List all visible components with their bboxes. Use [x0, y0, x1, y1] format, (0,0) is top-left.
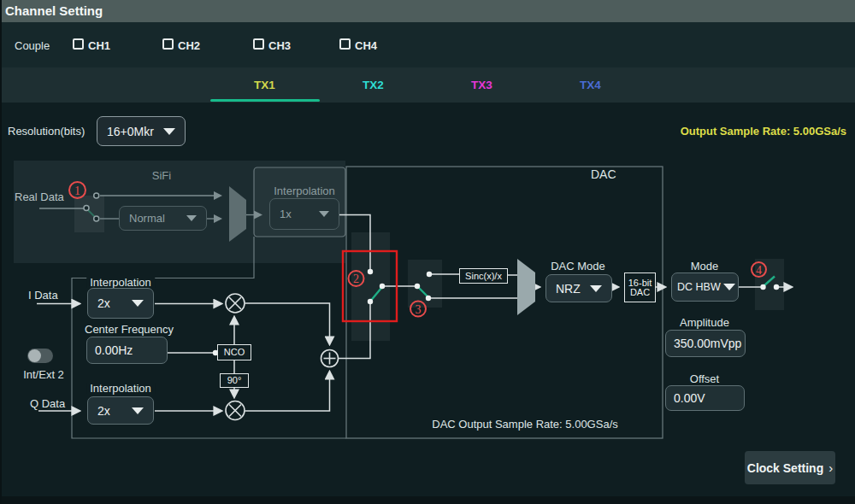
center-frequency-value: 0.00Hz: [95, 343, 133, 357]
dac-chip-block: 16-bit DAC: [624, 273, 656, 302]
chevron-right-icon: ›: [828, 460, 833, 475]
mode-label: Mode: [691, 261, 719, 272]
chevron-down-icon: [723, 284, 735, 290]
int-ext-label: Int/Ext 2: [23, 369, 64, 380]
dac-chip-line2: DAC: [630, 288, 650, 297]
phase-90-block: 90°: [220, 373, 249, 388]
dac-box-title: DAC: [591, 169, 616, 180]
sifi-mode-value: Normal: [129, 212, 165, 225]
center-frequency-input[interactable]: 0.00Hz: [86, 337, 168, 364]
mode-value: DC HBW: [677, 281, 721, 293]
offset-label: Offset: [690, 373, 719, 384]
dac-mux: [517, 259, 535, 315]
sifi-interpolation-dropdown[interactable]: 1x: [269, 198, 339, 230]
interpolation-q-label: Interpolation: [86, 383, 155, 394]
real-data-label: Real Data: [15, 191, 64, 202]
sifi-mux: [229, 186, 246, 242]
int-ext-toggle[interactable]: [27, 349, 53, 363]
annotation-2: 2: [353, 273, 359, 285]
diagram-canvas: 1 2 3 4: [0, 0, 855, 504]
sifi-interpolation-value: 1x: [280, 208, 292, 220]
q-data-label: Q Data: [30, 398, 65, 409]
sifi-interpolation-label: Interpolation: [274, 185, 335, 196]
interpolation-q-value: 2x: [97, 404, 110, 418]
chevron-down-icon: [132, 300, 144, 307]
bottom-edge: [0, 496, 855, 504]
sinc-filter-block: Sinc(x)/x: [459, 268, 508, 284]
toggle-knob: [28, 349, 41, 362]
dac-section-border: [346, 167, 663, 438]
clock-setting-label: Clock Setting: [747, 461, 823, 475]
center-frequency-label: Center Frequency: [85, 324, 174, 335]
dac-mode-dropdown[interactable]: NRZ: [545, 274, 612, 302]
sifi-title: SiFi: [152, 170, 171, 181]
chevron-down-icon: [186, 215, 197, 221]
amplitude-value: 350.00mVpp: [674, 337, 741, 350]
interpolation-i-label: Interpolation: [86, 277, 155, 288]
annotation-3: 3: [416, 303, 422, 316]
interpolation-i-dropdown[interactable]: 2x: [87, 288, 154, 319]
mode-dropdown[interactable]: DC HBW: [671, 273, 739, 302]
interpolation-q-dropdown[interactable]: 2x: [87, 396, 154, 425]
dac-mode-value: NRZ: [556, 282, 581, 296]
channel-setting-window: Channel Setting Couple CH1 CH2 CH3 CH4 T…: [0, 0, 855, 504]
amplitude-input[interactable]: 350.00mVpp: [665, 330, 746, 357]
interpolation-i-value: 2x: [97, 296, 110, 310]
chevron-down-icon: [590, 285, 602, 292]
offset-value: 0.00V: [674, 391, 705, 405]
dac-mode-label: DAC Mode: [551, 261, 605, 272]
dac-chip-line1: 16-bit: [628, 278, 652, 288]
i-data-label: I Data: [28, 290, 58, 301]
amplitude-label: Amplitude: [680, 317, 729, 328]
dac-output-sample-rate: DAC Output Sample Rate: 5.00GSa/s: [432, 419, 618, 430]
annotation-4: 4: [756, 264, 762, 277]
chevron-down-icon: [132, 407, 144, 414]
sifi-mode-dropdown[interactable]: Normal: [119, 206, 207, 231]
offset-input[interactable]: 0.00V: [665, 385, 745, 411]
annotation-1: 1: [74, 185, 80, 197]
left-edge: [0, 0, 2, 504]
nco-block: NCO: [217, 344, 251, 360]
chevron-down-icon: [319, 211, 329, 217]
clock-setting-button[interactable]: Clock Setting ›: [745, 451, 835, 484]
